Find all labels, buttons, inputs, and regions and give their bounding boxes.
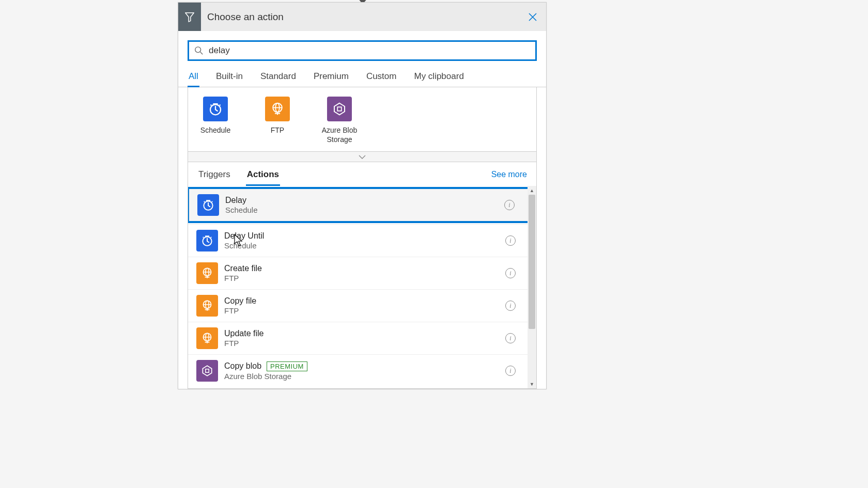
tab-all[interactable]: All [188,68,199,87]
connector-label: FTP [271,125,284,135]
subtab-actions[interactable]: Actions [246,169,280,186]
svg-rect-19 [206,369,209,373]
clock-icon [203,97,228,121]
action-subtitle: Schedule [225,206,504,214]
search-input[interactable] [204,45,530,56]
result-type-tabs: TriggersActionsSee more [188,169,536,186]
connector-label: Schedule [200,125,230,135]
search-box[interactable] [188,40,537,61]
search-wrap [178,31,546,66]
action-item-copy-blob[interactable]: Copy blobPREMIUMAzure Blob Storagei [188,354,536,387]
search-icon [194,46,204,55]
clock-icon [197,194,219,216]
chevron-down-icon [359,155,366,159]
globe-icon [196,327,218,349]
panel-header: Choose an action [178,3,546,31]
tab-custom[interactable]: Custom [365,68,398,87]
action-item-delay[interactable]: DelaySchedulei [188,187,536,223]
info-icon[interactable]: i [505,268,516,278]
connector-label: Azure Blob Storage [321,125,358,144]
scroll-thumb[interactable] [529,195,535,329]
action-title: Copy blob [224,361,261,371]
action-picker-panel: Choose an action AllBuilt-inStandardPrem… [178,2,547,389]
action-subtitle: Azure Blob Storage [224,372,505,381]
svg-point-2 [210,104,212,106]
action-title: Update file [224,329,264,338]
action-item-copy-file[interactable]: Copy fileFTPi [188,289,536,322]
clock-icon [196,230,218,251]
tab-built-in[interactable]: Built-in [215,68,244,87]
info-icon[interactable]: i [505,235,516,246]
action-subtitle: Schedule [224,241,505,250]
scroll-up-arrow[interactable]: ▲ [528,186,536,195]
action-item-create-file[interactable]: Create fileFTPi [188,257,536,289]
tab-my-clipboard[interactable]: My clipboard [413,68,464,87]
subtab-triggers[interactable]: Triggers [197,169,231,186]
action-item-delay-until[interactable]: Delay UntilSchedulei [188,224,536,257]
action-title: Copy file [224,296,256,306]
tab-standard[interactable]: Standard [259,68,297,87]
globe-icon [265,97,290,121]
svg-point-9 [212,201,213,202]
category-tabs: AllBuilt-inStandardPremiumCustomMy clipb… [178,66,546,87]
action-title: Create file [224,264,262,273]
panel-header-icon [178,3,201,31]
connector-azure-blob-storage[interactable]: Azure Blob Storage [321,97,358,144]
connectors-row: Schedule FTP Azure Blob Storage [188,87,537,152]
connector-schedule[interactable]: Schedule [197,97,234,144]
info-icon[interactable]: i [505,366,516,376]
action-title: Delay Until [224,231,264,241]
action-subtitle: FTP [224,339,505,348]
svg-point-11 [203,237,204,238]
results-section: TriggersActionsSee more DelaySchedulei D… [188,162,537,389]
svg-point-8 [204,201,205,202]
svg-point-3 [220,104,221,106]
svg-point-0 [195,47,201,53]
scroll-track[interactable] [528,195,536,380]
scroll-down-arrow[interactable]: ▼ [528,380,536,388]
close-icon [528,12,537,22]
premium-badge: PREMIUM [267,361,307,371]
blob-icon [196,360,218,382]
globe-icon [196,262,218,284]
info-icon[interactable]: i [504,200,515,210]
action-title: Delay [225,196,246,205]
connector-ftp[interactable]: FTP [259,97,296,144]
blob-icon [327,97,352,121]
action-subtitle: FTP [224,274,505,282]
globe-icon [196,295,218,317]
info-icon[interactable]: i [505,301,516,311]
action-subtitle: FTP [224,306,505,315]
scrollbar[interactable]: ▲ ▼ [528,186,536,388]
close-button[interactable] [523,8,542,26]
svg-rect-6 [337,107,342,111]
action-item-update-file[interactable]: Update fileFTPi [188,322,536,354]
svg-point-12 [211,237,212,238]
expand-connectors-button[interactable] [188,152,537,162]
action-list: DelaySchedulei Delay UntilSchedulei Crea… [188,186,536,388]
panel-title: Choose an action [201,11,523,23]
tab-premium[interactable]: Premium [313,68,350,87]
info-icon[interactable]: i [505,333,516,343]
see-more-link[interactable]: See more [491,170,527,185]
